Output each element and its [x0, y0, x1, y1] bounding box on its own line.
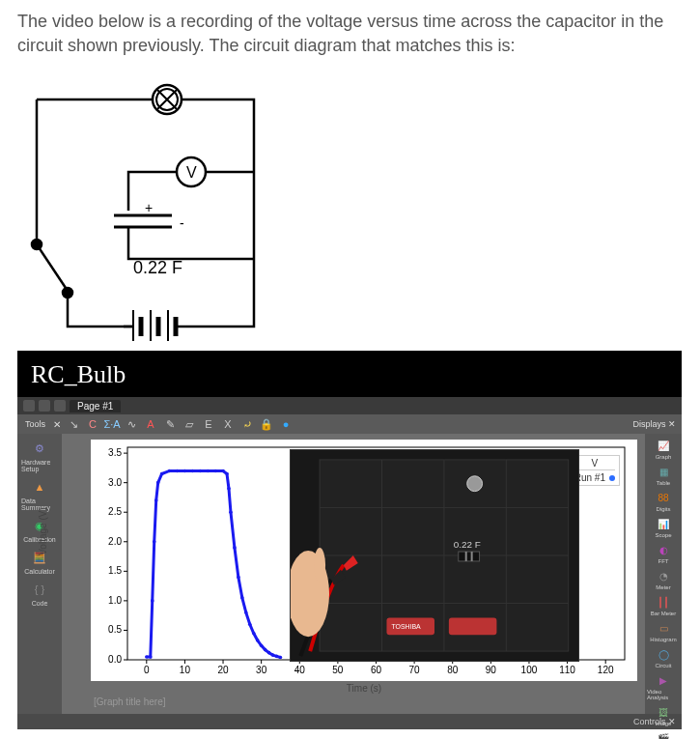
x-axis-label: Time (s) [91, 683, 637, 694]
graph-panel: Voltage (V) 0.00.51.01.52.02.53.03.50102… [62, 434, 645, 714]
display-item[interactable]: ▭Histogram [647, 620, 680, 642]
svg-point-60 [191, 469, 195, 473]
svg-point-67 [229, 511, 233, 515]
toolbar-icon[interactable] [54, 400, 66, 412]
tb-icon[interactable]: C [86, 417, 99, 431]
svg-point-50 [145, 656, 149, 660]
display-icon: ▶ [656, 672, 671, 688]
svg-rect-96 [449, 618, 497, 636]
svg-text:90: 90 [486, 665, 497, 675]
tb-icon[interactable]: 🔒 [260, 417, 273, 431]
display-item[interactable]: ◔Meter [647, 568, 680, 590]
tb-icon[interactable]: ✎ [163, 417, 177, 431]
tb-icon[interactable]: ↘ [67, 417, 80, 431]
svg-text:0.0: 0.0 [108, 654, 122, 665]
display-item[interactable]: 88Digits [647, 490, 680, 512]
tb-icon[interactable]: ⤾ [240, 417, 254, 431]
display-icon: ◐ [656, 542, 671, 557]
display-label: Graph [656, 454, 672, 460]
footer-bar: Controls ✕ [17, 714, 682, 729]
svg-point-62 [206, 469, 210, 473]
svg-point-63 [213, 469, 217, 473]
svg-point-68 [233, 546, 237, 550]
svg-point-53 [153, 540, 156, 544]
display-label: Table [657, 480, 670, 486]
video-overlay[interactable]: 0.22 F TOSHIBA [290, 449, 579, 662]
svg-point-65 [225, 472, 229, 476]
display-label: Video Analysis [647, 689, 680, 700]
right-sidebar: 📈Graph▦Table88Digits📊Scope◐FFT◔Meter┃┃Ba… [645, 434, 682, 714]
svg-point-100 [314, 548, 325, 583]
titlebar: RC_Bulb [17, 351, 682, 397]
page-tab[interactable]: Page #1 [70, 400, 121, 412]
main-area: ⚙Hardware Setup▲Data Summary◉Calibration… [17, 434, 682, 714]
svg-text:60: 60 [371, 665, 382, 675]
display-icon: ◯ [656, 646, 671, 662]
display-item[interactable]: ▦Table [647, 464, 680, 486]
tb-icon[interactable]: E [202, 417, 215, 431]
svg-text:20: 20 [217, 665, 229, 675]
controls-label[interactable]: Controls ✕ [633, 717, 676, 726]
display-item[interactable]: 📊Scope [647, 516, 680, 538]
tb-icon[interactable]: X [221, 417, 235, 431]
svg-text:-: - [180, 215, 184, 231]
displays-label[interactable]: Displays ✕ [632, 419, 676, 429]
sidebar-label: Hardware Setup [21, 459, 58, 472]
display-icon: 88 [656, 490, 671, 505]
svg-rect-91 [459, 552, 480, 561]
display-item[interactable]: ◐FFT [647, 542, 680, 564]
display-item[interactable]: ◯Circuit [647, 646, 680, 668]
tb-icon[interactable]: A [144, 417, 157, 431]
tools-label: Tools [25, 419, 45, 429]
display-label: FFT [658, 558, 669, 564]
svg-point-64 [221, 469, 225, 473]
display-label: Bar Meter [651, 611, 676, 616]
left-sidebar: ⚙Hardware Setup▲Data Summary◉Calibration… [17, 434, 62, 714]
toolbar-icon[interactable] [23, 400, 35, 412]
display-item[interactable]: 🎬Movie [647, 730, 680, 739]
graph-title-placeholder[interactable]: [Graph title here] [94, 696, 637, 707]
display-label: Meter [656, 584, 670, 590]
svg-text:1.5: 1.5 [108, 566, 122, 577]
tools-close-icon[interactable]: ✕ [53, 419, 61, 430]
display-item[interactable]: ┃┃Bar Meter [647, 594, 680, 616]
display-icon: 📊 [656, 516, 671, 531]
display-icon: 📈 [656, 438, 671, 453]
sidebar-item[interactable]: ⚙Hardware Setup [21, 440, 58, 472]
sidebar-item[interactable]: ▲Data Summary [21, 478, 58, 511]
tb-icon[interactable]: ● [279, 417, 293, 431]
svg-text:120: 120 [598, 665, 614, 675]
tb-icon[interactable]: ▱ [182, 417, 196, 431]
toolbar-icon[interactable] [39, 400, 50, 412]
display-icon: ▭ [656, 620, 671, 636]
svg-point-75 [260, 644, 264, 648]
svg-point-58 [176, 469, 180, 473]
svg-point-73 [252, 632, 256, 636]
display-item[interactable]: 📈Graph [647, 438, 680, 460]
svg-point-69 [237, 576, 240, 580]
chart[interactable]: 0.00.51.01.52.02.53.03.50102030405060708… [91, 440, 637, 681]
tb-icon[interactable]: Σ·A [105, 417, 119, 431]
app-title: RC_Bulb [31, 360, 668, 389]
sidebar-item[interactable]: { }Code [21, 581, 58, 607]
toolbar-secondary: Tools ✕ ↘ C Σ·A ∿ A ✎ ▱ E X ⤾ 🔒 ● Displa… [17, 414, 682, 434]
svg-text:3.0: 3.0 [108, 477, 122, 488]
voltmeter-label: V [186, 164, 197, 181]
capacitor-value-label: 0.22 F [133, 258, 182, 277]
display-item[interactable]: ▶Video Analysis [647, 672, 680, 700]
svg-point-66 [227, 487, 231, 491]
svg-point-80 [279, 656, 283, 660]
svg-text:100: 100 [521, 665, 538, 675]
app-window: RC_Bulb Page #1 Tools ✕ ↘ C Σ·A ∿ A ✎ ▱ … [17, 351, 682, 729]
svg-point-74 [256, 639, 260, 642]
svg-text:2.0: 2.0 [108, 536, 122, 547]
display-label: Scope [655, 532, 671, 538]
sidebar-icon: ⚙ [31, 440, 48, 457]
svg-point-55 [156, 481, 160, 485]
svg-point-78 [271, 654, 275, 658]
svg-text:0.22 F: 0.22 F [454, 539, 481, 550]
svg-point-89 [467, 476, 483, 492]
svg-text:+: + [145, 200, 153, 215]
svg-point-52 [151, 599, 154, 603]
tb-icon[interactable]: ∿ [125, 417, 138, 431]
